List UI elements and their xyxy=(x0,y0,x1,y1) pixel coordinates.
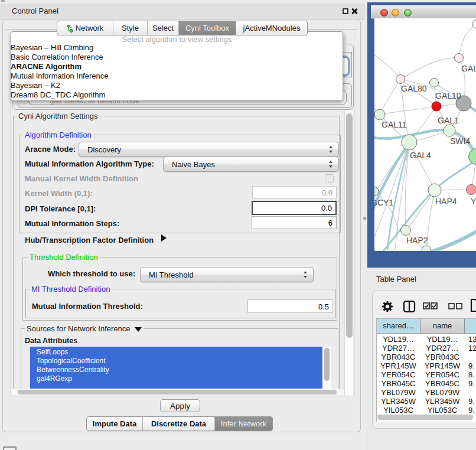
svg-text:GAL10: GAL10 xyxy=(435,91,461,100)
svg-text:HAP2: HAP2 xyxy=(406,236,428,245)
svg-text:GCY1: GCY1 xyxy=(374,198,393,207)
svg-text:HAP4: HAP4 xyxy=(435,197,457,206)
svg-text:SWI4: SWI4 xyxy=(450,136,470,146)
svg-text:GAL80: GAL80 xyxy=(401,84,427,93)
svg-text:GAL7: GAL7 xyxy=(461,64,476,73)
svg-text:GAL4: GAL4 xyxy=(410,151,431,160)
svg-text:GAL11: GAL11 xyxy=(382,120,407,129)
svg-text:GAL1: GAL1 xyxy=(438,116,459,125)
svg-text:Y: Y xyxy=(471,197,476,206)
